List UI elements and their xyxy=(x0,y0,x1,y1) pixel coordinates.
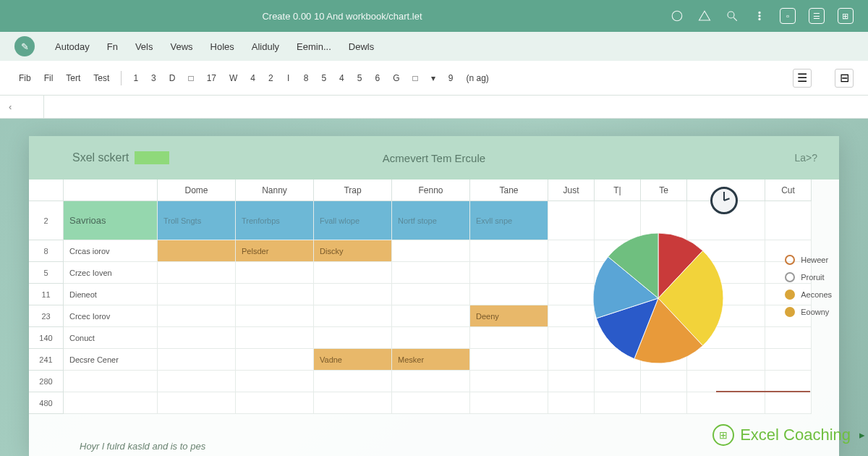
tool-btn[interactable]: I xyxy=(282,70,295,86)
cell[interactable] xyxy=(548,305,595,327)
cell[interactable] xyxy=(548,349,595,371)
cell[interactable] xyxy=(314,327,392,349)
cell[interactable] xyxy=(392,305,470,327)
cell[interactable]: Nortf stope xyxy=(392,201,470,240)
row-label[interactable] xyxy=(64,392,158,414)
cell[interactable]: Exvll snpe xyxy=(470,201,548,240)
cell[interactable] xyxy=(687,392,765,414)
row-label[interactable]: Conuct xyxy=(64,327,158,349)
cell[interactable] xyxy=(470,284,548,305)
tool-btn[interactable]: W xyxy=(225,70,242,86)
cell[interactable] xyxy=(236,392,314,414)
search-icon[interactable] xyxy=(725,9,739,23)
cell[interactable] xyxy=(158,240,236,262)
row-header[interactable]: 480 xyxy=(29,392,64,414)
cell[interactable] xyxy=(158,262,236,284)
cell[interactable]: Vadne xyxy=(314,349,392,371)
tool-btn[interactable]: G xyxy=(388,70,404,86)
cell[interactable] xyxy=(236,284,314,305)
cell[interactable] xyxy=(392,371,470,392)
cell[interactable] xyxy=(392,284,470,305)
cell[interactable] xyxy=(236,371,314,392)
cell[interactable] xyxy=(765,392,812,414)
cell[interactable] xyxy=(548,327,595,349)
cell[interactable] xyxy=(236,305,314,327)
cell[interactable] xyxy=(470,371,548,392)
cell[interactable] xyxy=(548,240,595,262)
cell[interactable] xyxy=(314,371,392,392)
tool-btn[interactable]: 4 xyxy=(335,70,349,86)
tool-btn[interactable]: Fil xyxy=(40,70,58,86)
column-header[interactable]: Tane xyxy=(470,180,548,201)
menu-holes[interactable]: Holes xyxy=(203,37,242,56)
cell[interactable] xyxy=(314,305,392,327)
column-header[interactable]: Dome xyxy=(158,180,236,201)
cell[interactable] xyxy=(548,371,595,392)
tool-btn[interactable]: 9 xyxy=(444,70,458,86)
cell[interactable] xyxy=(470,240,548,262)
cell[interactable] xyxy=(392,240,470,262)
box3-icon[interactable]: ⊞ xyxy=(838,8,854,24)
cell[interactable]: Deeny xyxy=(470,305,548,327)
row-label[interactable]: Dieneot xyxy=(64,284,158,305)
cell[interactable] xyxy=(314,262,392,284)
row-label[interactable]: Crcec Iorov xyxy=(64,305,158,327)
row-header[interactable]: 11 xyxy=(29,284,64,305)
box1-icon[interactable]: ▫ xyxy=(780,8,796,24)
tool-btn[interactable]: 6 xyxy=(370,70,384,86)
tool-btn[interactable]: Test xyxy=(89,70,114,86)
cell[interactable] xyxy=(548,201,595,240)
cell[interactable] xyxy=(314,284,392,305)
row-label[interactable]: Decsre Cener xyxy=(64,349,158,371)
column-header[interactable]: Nanny xyxy=(236,180,314,201)
tool-btn[interactable]: ▾ xyxy=(427,70,440,86)
cell[interactable] xyxy=(158,284,236,305)
tool-btn[interactable]: 2 xyxy=(264,70,278,86)
row-header[interactable]: 8 xyxy=(29,240,64,262)
menu-autoday[interactable]: Autoday xyxy=(48,37,97,56)
cell[interactable] xyxy=(392,327,470,349)
cell[interactable] xyxy=(470,392,548,414)
row-header[interactable]: 23 xyxy=(29,305,64,327)
menu-vels[interactable]: Vels xyxy=(128,37,161,56)
tool-btn[interactable]: Tert xyxy=(61,70,85,86)
cell[interactable] xyxy=(548,392,595,414)
menu-eemin...[interactable]: Eemin... xyxy=(289,37,339,56)
menu-fn[interactable]: Fn xyxy=(100,37,125,56)
row-header[interactable]: 5 xyxy=(29,262,64,284)
tool-btn[interactable]: □ xyxy=(184,70,197,86)
cell[interactable] xyxy=(314,392,392,414)
pie-chart[interactable] xyxy=(593,233,723,363)
cell[interactable] xyxy=(470,327,548,349)
sheet-title-right[interactable]: La>? xyxy=(794,152,817,164)
warning-icon[interactable] xyxy=(697,9,712,23)
menu-aliduly[interactable]: Aliduly xyxy=(244,37,286,56)
column-header[interactable]: Trap xyxy=(314,180,392,201)
cell[interactable] xyxy=(641,392,687,414)
column-header[interactable]: Fenno xyxy=(392,180,470,201)
tool-btn[interactable]: D xyxy=(165,70,180,86)
cell[interactable] xyxy=(158,392,236,414)
tool-btn[interactable]: 4 xyxy=(246,70,260,86)
app-logo-icon[interactable]: ✎ xyxy=(14,36,35,56)
cell[interactable]: Mesker xyxy=(392,349,470,371)
column-header[interactable]: Just xyxy=(548,180,595,201)
tool-btn[interactable]: 3 xyxy=(147,70,161,86)
cell[interactable] xyxy=(158,305,236,327)
row-label[interactable]: Savrioas xyxy=(64,201,158,240)
row-label[interactable]: Crzec Ioven xyxy=(64,262,158,284)
cell[interactable]: Trenforbps xyxy=(236,201,314,240)
cell[interactable] xyxy=(392,392,470,414)
tool-btn[interactable]: 8 xyxy=(299,70,313,86)
row-label[interactable]: Crcas iorov xyxy=(64,240,158,262)
cell[interactable] xyxy=(470,262,548,284)
more-icon[interactable] xyxy=(752,9,767,23)
cell[interactable] xyxy=(548,262,595,284)
row-header[interactable]: 2 xyxy=(29,201,64,240)
cell[interactable] xyxy=(158,327,236,349)
tool-btn[interactable]: (n ag) xyxy=(461,70,493,86)
cell[interactable] xyxy=(236,349,314,371)
corner-cell[interactable] xyxy=(29,180,64,201)
layout-icon[interactable]: ⊟ xyxy=(835,69,854,88)
tool-btn[interactable]: 1 xyxy=(129,70,142,86)
